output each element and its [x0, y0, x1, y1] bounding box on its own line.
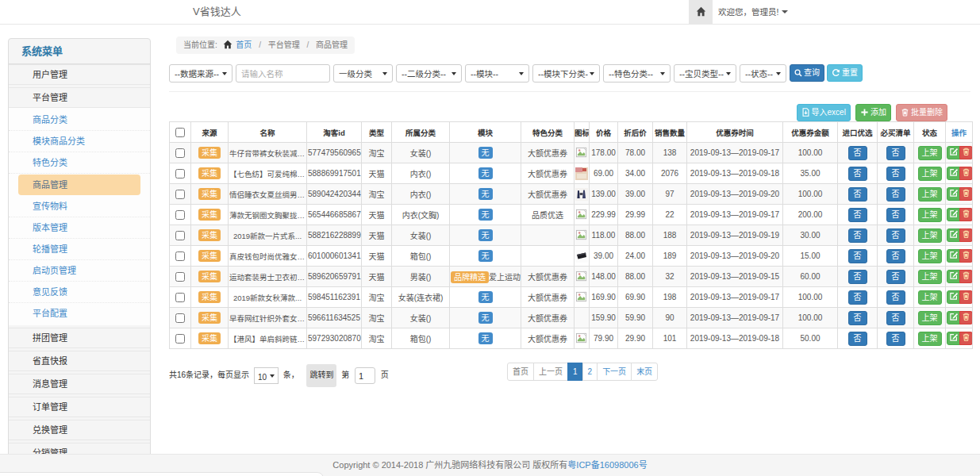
imported-toggle-button[interactable]: 否: [848, 146, 867, 160]
status-button[interactable]: 上架: [918, 228, 942, 243]
user-menu[interactable]: 欢迎您，管理员!: [718, 0, 788, 24]
imported-toggle-button[interactable]: 否: [848, 187, 867, 202]
edit-button[interactable]: [947, 270, 960, 283]
imported-toggle-button[interactable]: 否: [848, 228, 867, 243]
must-buy-toggle-button[interactable]: 否: [886, 290, 905, 305]
row-checkbox[interactable]: [175, 313, 185, 323]
sidebar-item-商品管理[interactable]: 商品管理: [18, 175, 140, 195]
data-source-select[interactable]: --数据来源--: [170, 65, 232, 82]
sidebar-group-拼团管理[interactable]: 拼团管理: [9, 328, 150, 348]
sidebar-item-版本管理[interactable]: 版本管理: [9, 217, 150, 239]
row-checkbox[interactable]: [175, 169, 185, 178]
delete-button[interactable]: [959, 167, 973, 180]
edit-button[interactable]: [947, 187, 960, 201]
row-checkbox[interactable]: [175, 272, 185, 282]
delete-button[interactable]: [959, 290, 973, 304]
imported-toggle-button[interactable]: 否: [848, 290, 867, 305]
row-checkbox[interactable]: [175, 251, 185, 261]
sidebar-group-用户管理[interactable]: 用户管理: [9, 64, 150, 85]
sidebar-group-省直快报[interactable]: 省直快报: [9, 351, 150, 371]
edit-button[interactable]: [947, 208, 960, 221]
sidebar-group-消息管理[interactable]: 消息管理: [9, 374, 150, 394]
search-button[interactable]: 查询: [790, 64, 824, 82]
row-checkbox[interactable]: [175, 293, 185, 302]
status-button[interactable]: 上架: [918, 249, 942, 263]
icp-link[interactable]: 粤ICP备16098006号: [567, 460, 647, 470]
edit-button[interactable]: [947, 332, 960, 345]
imported-toggle-button[interactable]: 否: [848, 249, 867, 263]
imported-toggle-button[interactable]: 否: [848, 167, 867, 181]
must-buy-toggle-button[interactable]: 否: [886, 270, 905, 284]
filter-select-0[interactable]: 一级分类: [334, 65, 392, 82]
delete-button[interactable]: [959, 311, 973, 324]
filter-select-5[interactable]: --宝贝类型--: [674, 65, 736, 82]
row-checkbox[interactable]: [175, 210, 185, 220]
must-buy-toggle-button[interactable]: 否: [886, 167, 905, 181]
must-buy-toggle-button[interactable]: 否: [886, 187, 905, 202]
pager-item-下一页[interactable]: 下一页: [597, 363, 632, 381]
delete-button[interactable]: [959, 332, 973, 345]
status-button[interactable]: 上架: [918, 290, 942, 305]
page-size-select[interactable]: 10: [255, 370, 278, 385]
sidebar-group-兑换管理[interactable]: 兑换管理: [9, 420, 150, 440]
pager-item-2[interactable]: 2: [582, 363, 598, 381]
status-button[interactable]: 上架: [918, 146, 942, 160]
imported-toggle-button[interactable]: 否: [848, 311, 867, 325]
imported-toggle-button[interactable]: 否: [848, 270, 867, 284]
delete-button[interactable]: [959, 270, 973, 283]
add-button[interactable]: 添加: [855, 104, 891, 121]
name-search-input[interactable]: [236, 64, 330, 83]
pager-item-末页[interactable]: 末页: [631, 363, 658, 381]
batch-delete-button[interactable]: 批量删除: [896, 104, 947, 121]
status-button[interactable]: 上架: [918, 208, 942, 222]
filter-select-3[interactable]: --模块下分类--: [533, 65, 599, 82]
imported-toggle-button[interactable]: 否: [848, 332, 867, 346]
sidebar-item-特色分类[interactable]: 特色分类: [9, 152, 150, 174]
edit-button[interactable]: [947, 167, 960, 180]
must-buy-toggle-button[interactable]: 否: [886, 249, 905, 263]
filter-select-6[interactable]: --状态--: [740, 65, 786, 82]
row-checkbox[interactable]: [175, 148, 185, 158]
jump-button[interactable]: 跳转到: [306, 364, 336, 387]
status-button[interactable]: 上架: [918, 311, 942, 325]
row-checkbox[interactable]: [175, 190, 185, 199]
edit-button[interactable]: [947, 249, 960, 263]
delete-button[interactable]: [959, 187, 973, 201]
row-checkbox[interactable]: [175, 231, 185, 240]
delete-button[interactable]: [959, 228, 973, 242]
imported-toggle-button[interactable]: 否: [848, 208, 867, 222]
must-buy-toggle-button[interactable]: 否: [886, 228, 905, 243]
select-all-checkbox[interactable]: [175, 128, 185, 137]
row-checkbox[interactable]: [175, 334, 185, 344]
edit-button[interactable]: [947, 228, 960, 242]
must-buy-toggle-button[interactable]: 否: [886, 146, 905, 160]
edit-button[interactable]: [947, 290, 960, 304]
status-button[interactable]: 上架: [918, 270, 942, 284]
filter-select-4[interactable]: --特色分类--: [604, 65, 670, 82]
status-button[interactable]: 上架: [918, 167, 942, 181]
sidebar-item-启动页管理[interactable]: 启动页管理: [9, 260, 150, 282]
filter-select-2[interactable]: --模块--: [466, 65, 528, 82]
sidebar-item-平台配置[interactable]: 平台配置: [9, 303, 150, 324]
delete-button[interactable]: [959, 208, 973, 221]
must-buy-toggle-button[interactable]: 否: [886, 311, 905, 325]
sidebar-group-订单管理[interactable]: 订单管理: [9, 397, 150, 417]
edit-button[interactable]: [947, 311, 960, 324]
status-button[interactable]: 上架: [918, 187, 942, 202]
filter-select-1[interactable]: --二级分类--: [397, 65, 461, 82]
sidebar-item-意见反馈[interactable]: 意见反馈: [9, 282, 150, 303]
reset-button[interactable]: 重置: [827, 64, 863, 82]
delete-button[interactable]: [959, 146, 973, 159]
home-button[interactable]: [689, 0, 713, 24]
import-excel-button[interactable]: 导入excel: [797, 104, 851, 121]
pager-item-1[interactable]: 1: [567, 363, 583, 381]
page-number-input[interactable]: [355, 367, 375, 384]
sidebar-item-模块商品分类[interactable]: 模块商品分类: [9, 131, 150, 152]
edit-button[interactable]: [947, 146, 960, 159]
sidebar-item-轮播管理[interactable]: 轮播管理: [9, 239, 150, 260]
must-buy-toggle-button[interactable]: 否: [886, 332, 905, 346]
delete-button[interactable]: [959, 249, 973, 263]
sidebar-item-宣传物料[interactable]: 宣传物料: [9, 196, 150, 217]
must-buy-toggle-button[interactable]: 否: [886, 208, 905, 222]
breadcrumb-home-link[interactable]: 首页: [236, 40, 252, 49]
